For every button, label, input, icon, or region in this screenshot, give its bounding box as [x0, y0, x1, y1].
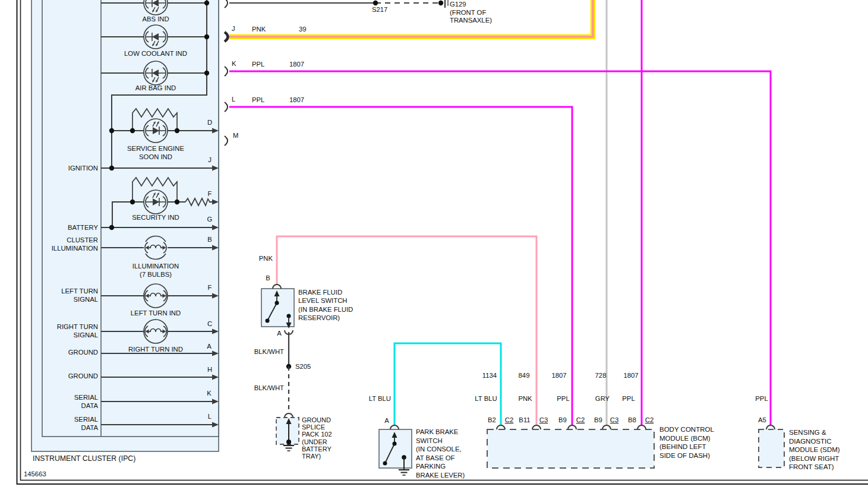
connector-arc [766, 425, 775, 429]
connector-arc-pin-m [225, 136, 228, 146]
bcm-box [487, 425, 654, 468]
park-brake-switch-box [379, 425, 412, 475]
connector-arc [273, 284, 281, 289]
connector-arc [390, 425, 399, 429]
wire-lt-blu-1134 [394, 343, 501, 425]
ipc-box [31, 0, 219, 451]
wiring-diagram-canvas [0, 0, 868, 490]
sdm-box [759, 425, 784, 467]
wire-ppl-1807-l [229, 107, 572, 425]
connector-arc [285, 413, 293, 418]
wiring-diagram-page: { "diagram": { "number": "145663" }, "co… [0, 0, 868, 490]
wire-pnk-39 [229, 0, 593, 37]
brake-fluid-switch-box [261, 284, 294, 334]
wire-blk-wht [286, 332, 291, 412]
connector-arc-pin-j [225, 32, 228, 42]
wire-pnk-849 [277, 236, 536, 425]
ground-splice-pack-box [276, 413, 299, 451]
bcm-pin-arcs [497, 425, 646, 429]
s217-splice-dot [373, 1, 378, 5]
wire-ground-s217 [229, 0, 448, 8]
ipc-connector-arcs [225, 0, 228, 146]
